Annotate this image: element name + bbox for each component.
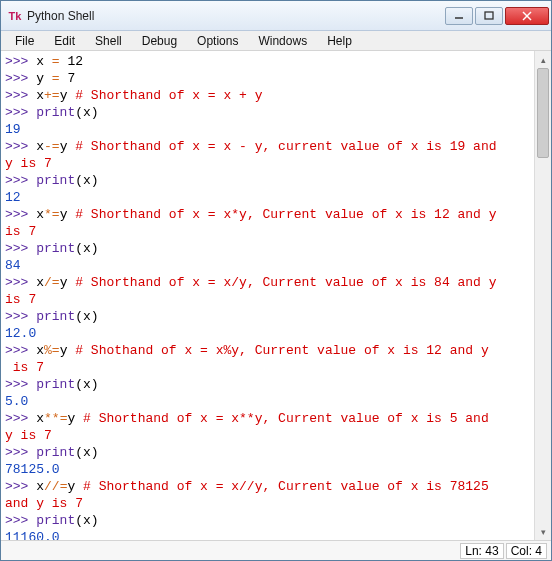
shell-segment: y (60, 207, 76, 222)
shell-segment: += (44, 88, 60, 103)
menu-file[interactable]: File (5, 32, 44, 50)
statusbar: Ln: 43 Col: 4 (1, 540, 551, 560)
shell-segment: >>> (5, 445, 36, 460)
shell-line: >>> y = 7 (5, 70, 530, 87)
shell-segment: y (60, 275, 76, 290)
shell-line: 5.0 (5, 393, 530, 410)
shell-segment: >>> (5, 241, 36, 256)
shell-line: 12 (5, 189, 530, 206)
shell-line: >>> x = 12 (5, 53, 530, 70)
shell-line: >>> print(x) (5, 104, 530, 121)
shell-line: >>> print(x) (5, 376, 530, 393)
maximize-icon (484, 11, 494, 21)
shell-segment: 78125.0 (5, 462, 60, 477)
shell-line: >>> x/=y # Shorthand of x = x/y, Current… (5, 274, 530, 291)
shell-segment: print (36, 241, 75, 256)
shell-line: 11160.0 (5, 529, 530, 540)
shell-line: and y is 7 (5, 495, 530, 512)
shell-line: 84 (5, 257, 530, 274)
shell-segment: = (52, 71, 60, 86)
shell-segment: y (60, 139, 76, 154)
shell-segment: >>> (5, 173, 36, 188)
shell-segment: >>> (5, 71, 36, 86)
shell-segment: and y is 7 (5, 496, 83, 511)
shell-segment: x (36, 275, 44, 290)
menu-help[interactable]: Help (317, 32, 362, 50)
shell-segment: >>> (5, 411, 36, 426)
shell-segment: >>> (5, 479, 36, 494)
close-button[interactable] (505, 7, 549, 25)
menu-windows[interactable]: Windows (248, 32, 317, 50)
scroll-thumb[interactable] (537, 68, 549, 158)
menu-edit[interactable]: Edit (44, 32, 85, 50)
shell-segment: 12 (5, 190, 21, 205)
shell-segment: # Shorthand of x = x//y, Current value o… (83, 479, 489, 494)
shell-line: >>> print(x) (5, 512, 530, 529)
menubar: File Edit Shell Debug Options Windows He… (1, 31, 551, 51)
scroll-down-icon[interactable]: ▾ (535, 523, 551, 540)
shell-segment: (x) (75, 241, 98, 256)
shell-line: >>> print(x) (5, 308, 530, 325)
minimize-icon (454, 11, 464, 21)
shell-line: 78125.0 (5, 461, 530, 478)
shell-segment: y (60, 343, 76, 358)
shell-line: 12.0 (5, 325, 530, 342)
shell-segment: >>> (5, 275, 36, 290)
scroll-up-icon[interactable]: ▴ (535, 51, 551, 68)
shell-segment: >>> (5, 207, 36, 222)
shell-segment: x (36, 343, 44, 358)
shell-segment: >>> (5, 309, 36, 324)
shell-segment: 12.0 (5, 326, 36, 341)
shell-line: >>> print(x) (5, 240, 530, 257)
shell-segment: y is 7 (5, 428, 52, 443)
menu-debug[interactable]: Debug (132, 32, 187, 50)
shell-segment: y (60, 88, 76, 103)
menu-shell[interactable]: Shell (85, 32, 132, 50)
shell-segment: **= (44, 411, 67, 426)
shell-segment: # Shorthand of x = x/y, Current value of… (75, 275, 496, 290)
shell-segment: x (36, 54, 52, 69)
shell-segment: # Shorthand of x = x*y, Current value of… (75, 207, 496, 222)
vertical-scrollbar[interactable]: ▴ ▾ (534, 51, 551, 540)
shell-segment: # Shothand of x = x%y, Current value of … (75, 343, 488, 358)
shell-segment: (x) (75, 377, 98, 392)
shell-segment: print (36, 105, 75, 120)
shell-segment: 12 (60, 54, 83, 69)
shell-segment: (x) (75, 105, 98, 120)
shell-segment: >>> (5, 513, 36, 528)
minimize-button[interactable] (445, 7, 473, 25)
status-line: Ln: 43 (460, 543, 503, 559)
shell-segment: x (36, 411, 44, 426)
shell-segment: %= (44, 343, 60, 358)
window-buttons (445, 7, 549, 25)
shell-segment: # Shorthand of x = x - y, current value … (75, 139, 496, 154)
shell-segment: print (36, 309, 75, 324)
shell-content[interactable]: >>> x = 12>>> y = 7>>> x+=y # Shorthand … (1, 51, 534, 540)
shell-segment: >>> (5, 105, 36, 120)
shell-line: >>> x//=y # Shorthand of x = x//y, Curre… (5, 478, 530, 495)
shell-segment: is 7 (5, 292, 36, 307)
maximize-button[interactable] (475, 7, 503, 25)
shell-segment: # Shorthand of x = x + y (75, 88, 262, 103)
shell-line: is 7 (5, 223, 530, 240)
tk-icon: Tk (7, 8, 23, 24)
shell-segment: (x) (75, 173, 98, 188)
shell-segment: >>> (5, 88, 36, 103)
menu-options[interactable]: Options (187, 32, 248, 50)
shell-line: is 7 (5, 291, 530, 308)
shell-segment: print (36, 513, 75, 528)
titlebar: Tk Python Shell (1, 1, 551, 31)
shell-segment: x (36, 88, 44, 103)
status-col: Col: 4 (506, 543, 547, 559)
shell-segment: = (52, 54, 60, 69)
svg-rect-1 (485, 12, 493, 19)
window-title: Python Shell (27, 9, 445, 23)
content-wrap: >>> x = 12>>> y = 7>>> x+=y # Shorthand … (1, 51, 551, 540)
shell-segment: 7 (60, 71, 76, 86)
shell-segment: 19 (5, 122, 21, 137)
shell-segment: >>> (5, 343, 36, 358)
shell-segment: (x) (75, 445, 98, 460)
shell-line: y is 7 (5, 427, 530, 444)
shell-segment: y (67, 411, 83, 426)
shell-segment: is 7 (5, 360, 44, 375)
